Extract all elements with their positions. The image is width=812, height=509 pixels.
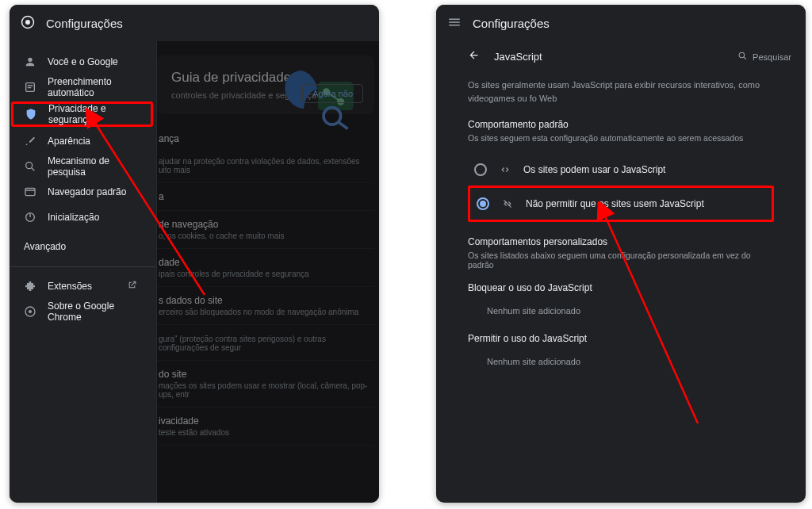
search-icon (24, 160, 36, 173)
sidebar-item-privacy-security[interactable]: Privacidade e segurança (11, 101, 153, 127)
block-js-title: Bloquear o uso do JavaScript (468, 282, 774, 293)
sidebar-item-label: Aparência (48, 136, 90, 147)
code-icon (498, 164, 512, 175)
radio-option-allow-js[interactable]: Os sites podem usar o JavaScript (468, 154, 774, 186)
default-behavior-title: Comportamento padrão (468, 119, 774, 130)
person-icon (24, 55, 36, 68)
sidebar-item-label: Privacidade e segurança (48, 103, 140, 125)
sidebar-item-appearance[interactable]: Aparência (10, 128, 151, 154)
svg-rect-8 (25, 188, 35, 195)
custom-behaviors-title: Comportamentos personalizados (468, 236, 774, 247)
page-title: Configurações (473, 17, 550, 30)
not-now-button[interactable]: Agora não (302, 84, 363, 103)
svg-point-21 (739, 52, 745, 58)
sidebar-item-label: Inicialização (48, 212, 99, 223)
autofill-icon (24, 81, 36, 94)
power-icon (24, 211, 36, 224)
brush-icon (24, 135, 36, 147)
sidebar-item-label: Navegador padrão (48, 186, 126, 197)
settings-window-right: Configurações JavaScript Pesquisar Os si… (436, 5, 806, 503)
radio-icon-selected (477, 197, 489, 210)
subheader: JavaScript Pesquisar (436, 41, 806, 74)
radio-icon (474, 163, 487, 176)
sidebar-item-label: Você e o Google (48, 56, 118, 67)
list-item[interactable]: a (157, 183, 374, 211)
chrome-icon (21, 15, 35, 32)
sidebar-item-default-browser[interactable]: Navegador padrão (10, 179, 151, 205)
divider (10, 266, 156, 267)
list-item[interactable]: ivacidadeteste estão ativados (157, 408, 374, 446)
menu-icon[interactable] (447, 15, 462, 32)
svg-line-7 (32, 168, 34, 170)
sidebar-item-label: Sobre o Google Chrome (48, 300, 137, 323)
radio-label: Os sites podem usar o JavaScript (523, 164, 665, 175)
privacy-guide-card: Guia de privacidade controles de privaci… (157, 55, 374, 114)
shield-icon (25, 108, 37, 121)
settings-window-left: Configurações Você e o Google Preenchime… (10, 5, 379, 503)
main-content: Guia de privacidade controles de privaci… (157, 41, 379, 503)
svg-point-1 (25, 20, 30, 25)
custom-behaviors-subtitle: Os sites listados abaixo seguem uma conf… (468, 251, 774, 270)
radio-group: Os sites podem usar o JavaScript Não per… (468, 154, 774, 222)
list-item[interactable]: de navegaçãoo, os cookies, o cache e mui… (157, 211, 374, 249)
list-item[interactable]: ajudar na proteção contra violações de d… (157, 147, 374, 183)
page-title: Configurações (46, 17, 123, 30)
header: Configurações (436, 5, 806, 41)
allow-empty-text: Nenhum site adicionado (468, 352, 774, 371)
subheader-title: JavaScript (494, 51, 542, 63)
default-behavior-subtitle: Os sites seguem esta configuração automa… (468, 133, 774, 143)
list-item[interactable]: do sitemações os sites podem usar e most… (157, 361, 374, 408)
svg-point-13 (29, 310, 32, 313)
sidebar-item-startup[interactable]: Inicialização (10, 205, 151, 230)
radio-option-block-js[interactable]: Não permitir que os sites usem JavaScrip… (470, 188, 772, 220)
browser-icon (24, 186, 36, 198)
sidebar-item-label: Mecanismo de pesquisa (48, 155, 137, 178)
list-item[interactable]: gura" (proteção contra sites perigosos) … (157, 325, 374, 361)
sidebar-item-extensions[interactable]: Extensões (10, 274, 151, 299)
svg-line-19 (338, 122, 348, 129)
svg-point-6 (26, 163, 33, 169)
sidebar-item-label: Extensões (48, 281, 92, 292)
svg-point-2 (28, 58, 32, 62)
search-label: Pesquisar (753, 52, 791, 62)
back-icon[interactable] (468, 49, 480, 64)
highlighted-radio-option: Não permitir que os sites usem JavaScrip… (468, 186, 774, 222)
chrome-small-icon (24, 305, 36, 318)
extension-icon (24, 280, 36, 293)
settings-rows: ajudar na proteção contra violações de d… (157, 147, 379, 446)
sidebar-advanced[interactable]: Avançado (10, 230, 156, 260)
list-item[interactable]: s dados do siteerceiro são bloqueados no… (157, 287, 374, 325)
radio-label: Não permitir que os sites usem JavaScrip… (526, 198, 704, 209)
sidebar-item-search-engine[interactable]: Mecanismo de pesquisa (10, 154, 151, 179)
code-off-icon (500, 198, 515, 209)
description: Os sites geralmente usam JavaScript para… (468, 78, 774, 105)
list-item[interactable]: dadeipais controles de privacidade e seg… (157, 249, 374, 287)
block-empty-text: Nenhum site adicionado (468, 301, 774, 320)
allow-js-title: Permitir o uso do JavaScript (468, 333, 774, 344)
content: Os sites geralmente usam JavaScript para… (436, 78, 806, 371)
sidebar: Você e o Google Preenchimento automático… (10, 41, 157, 503)
search-icon (737, 51, 748, 63)
sidebar-item-label: Preenchimento automático (48, 76, 137, 98)
open-external-icon (127, 280, 137, 293)
header: Configurações (10, 5, 379, 41)
sidebar-item-about-chrome[interactable]: Sobre o Google Chrome (10, 299, 151, 324)
sidebar-item-autofill[interactable]: Preenchimento automático (10, 75, 151, 100)
svg-line-22 (744, 57, 746, 59)
search-bar[interactable]: Pesquisar (737, 51, 791, 63)
sidebar-item-you-google[interactable]: Você e o Google (10, 49, 151, 75)
